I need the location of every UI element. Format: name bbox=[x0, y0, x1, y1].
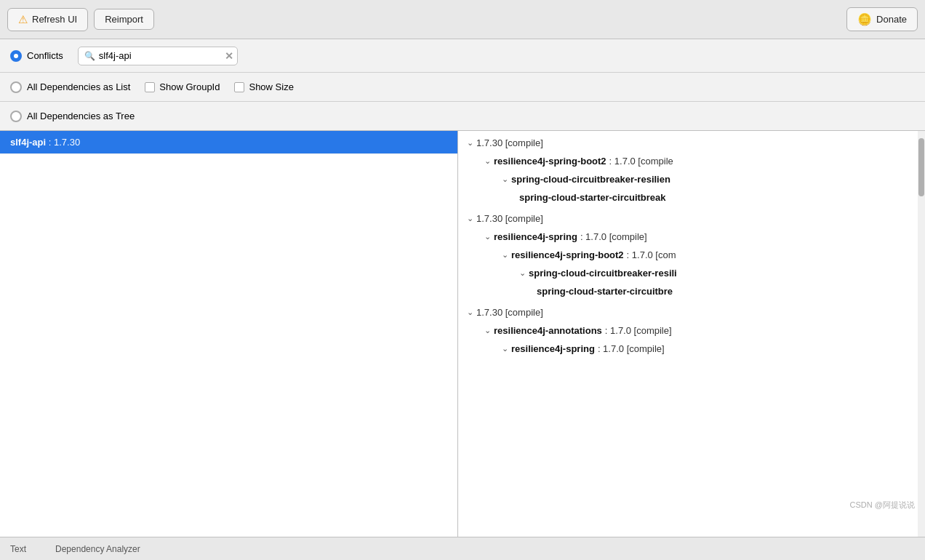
tree-dep-info: : 1.7.0 [com bbox=[627, 249, 676, 260]
tree-dep-name: spring-cloud-starter-circuitbre bbox=[537, 286, 673, 297]
toolbar-right: 🪙 Donate bbox=[846, 7, 918, 31]
tree-dep-name: resilience4j-annotations bbox=[494, 325, 602, 336]
tree-dep-name: spring-cloud-starter-circuitbreak bbox=[519, 192, 666, 203]
tree-dep-info: : 1.7.0 [compile] bbox=[605, 325, 672, 336]
tree-child-2-3: ⌄ spring-cloud-circuitbreaker-resili bbox=[458, 264, 915, 282]
tree-child-1-1: ⌄ resilience4j-spring-boot2 : 1.7.0 [com… bbox=[458, 152, 915, 170]
warning-icon: ⚠ bbox=[18, 13, 28, 26]
tree-dep-name: resilience4j-spring bbox=[511, 343, 595, 354]
third-row: All Dependencies as Tree bbox=[0, 102, 925, 131]
search-input[interactable] bbox=[99, 50, 221, 61]
tree-dep-name: resilience4j-spring-boot2 bbox=[511, 249, 624, 260]
donate-button[interactable]: 🪙 Donate bbox=[846, 7, 918, 31]
search-clear-icon[interactable]: ✕ bbox=[225, 50, 233, 62]
donate-label: Donate bbox=[876, 14, 907, 25]
toolbar-left: ⚠ Refresh UI Reimport bbox=[7, 8, 841, 31]
all-deps-list-radio-circle bbox=[10, 81, 22, 93]
list-item[interactable]: slf4j-api : 1.7.30 bbox=[0, 131, 457, 154]
tree-child-2-4: spring-cloud-starter-circuitbre bbox=[458, 282, 915, 300]
tree-dep-info: : 1.7.0 [compile bbox=[609, 156, 673, 167]
tree-root-1: ⌄ 1.7.30 [compile] bbox=[458, 134, 915, 152]
tree-dep-name: resilience4j-spring-boot2 bbox=[494, 156, 606, 167]
toolbar: ⚠ Refresh UI Reimport 🪙 Donate bbox=[0, 0, 925, 39]
conflicts-label: Conflicts bbox=[27, 50, 63, 61]
refresh-ui-button[interactable]: ⚠ Refresh UI bbox=[7, 8, 88, 31]
show-groupid-checkbox-box bbox=[145, 82, 155, 92]
tree-dep-name: spring-cloud-circuitbreaker-resilien bbox=[511, 174, 670, 185]
search-icon: 🔍 bbox=[84, 51, 95, 61]
chevron-down-icon: ⌄ bbox=[502, 175, 508, 184]
chevron-down-icon: ⌄ bbox=[467, 214, 473, 223]
show-groupid-label: Show GroupId bbox=[159, 81, 220, 92]
tree-dep-name: spring-cloud-circuitbreaker-resili bbox=[529, 268, 677, 279]
tree-dep-info: : 1.7.0 [compile] bbox=[580, 231, 647, 242]
right-panel[interactable]: ⌄ 1.7.30 [compile] ⌄ resilience4j-spring… bbox=[458, 131, 925, 537]
status-bar: Text Dependency Analyzer bbox=[0, 537, 925, 560]
main-content: slf4j-api : 1.7.30 ⌄ 1.7.30 [compile] ⌄ … bbox=[0, 131, 925, 537]
tree-dep-name: resilience4j-spring bbox=[494, 231, 577, 242]
list-item-name: slf4j-api bbox=[10, 137, 46, 148]
tree-child-3-2: ⌄ resilience4j-spring : 1.7.0 [compile] bbox=[458, 340, 915, 358]
status-tab2[interactable]: Dependency Analyzer bbox=[55, 544, 140, 554]
all-deps-tree-label: All Dependencies as Tree bbox=[27, 111, 135, 121]
show-size-label: Show Size bbox=[249, 81, 293, 92]
left-panel: slf4j-api : 1.7.30 bbox=[0, 131, 458, 537]
all-deps-list-radio[interactable]: All Dependencies as List bbox=[10, 81, 130, 93]
show-groupid-checkbox[interactable]: Show GroupId bbox=[145, 81, 220, 92]
tree-child-2-1: ⌄ resilience4j-spring : 1.7.0 [compile] bbox=[458, 228, 915, 246]
chevron-down-icon: ⌄ bbox=[484, 326, 491, 335]
status-tab1[interactable]: Text bbox=[10, 544, 26, 554]
scrollbar-track[interactable] bbox=[918, 131, 925, 537]
list-item-separator: : bbox=[49, 137, 54, 148]
search-box: 🔍 ✕ bbox=[78, 47, 238, 65]
all-deps-tree-radio[interactable]: All Dependencies as Tree bbox=[10, 111, 135, 122]
filter-row: Conflicts 🔍 ✕ bbox=[0, 39, 925, 73]
tree-dep-info: : 1.7.0 [compile] bbox=[598, 343, 665, 354]
reimport-label: Reimport bbox=[105, 14, 143, 25]
tree-version-3: 1.7.30 [compile] bbox=[476, 307, 543, 318]
watermark: CSDN @阿提说说 bbox=[850, 500, 915, 511]
donate-icon: 🪙 bbox=[857, 12, 872, 26]
all-deps-list-label: All Dependencies as List bbox=[27, 81, 130, 92]
conflicts-radio[interactable]: Conflicts bbox=[10, 50, 63, 62]
tree-child-1-3: spring-cloud-starter-circuitbreak bbox=[458, 188, 915, 207]
chevron-down-icon: ⌄ bbox=[519, 268, 526, 278]
scrollbar-thumb[interactable] bbox=[918, 138, 924, 196]
chevron-down-icon: ⌄ bbox=[484, 156, 491, 166]
tree-child-1-2: ⌄ spring-cloud-circuitbreaker-resilien bbox=[458, 170, 915, 188]
all-deps-tree-radio-circle bbox=[10, 111, 22, 122]
chevron-down-icon: ⌄ bbox=[467, 308, 473, 317]
tree-root-2: ⌄ 1.7.30 [compile] bbox=[458, 209, 915, 228]
chevron-down-icon: ⌄ bbox=[502, 250, 508, 260]
refresh-label: Refresh UI bbox=[32, 14, 77, 25]
tree-child-2-2: ⌄ resilience4j-spring-boot2 : 1.7.0 [com bbox=[458, 246, 915, 264]
reimport-button[interactable]: Reimport bbox=[94, 9, 154, 30]
tree-child-3-1: ⌄ resilience4j-annotations : 1.7.0 [comp… bbox=[458, 321, 915, 340]
tree-root-3: ⌄ 1.7.30 [compile] bbox=[458, 303, 915, 321]
tree-version-2: 1.7.30 [compile] bbox=[476, 213, 543, 224]
options-row: All Dependencies as List Show GroupId Sh… bbox=[0, 73, 925, 102]
show-size-checkbox-box bbox=[234, 82, 244, 92]
show-size-checkbox[interactable]: Show Size bbox=[234, 81, 293, 92]
chevron-down-icon: ⌄ bbox=[484, 232, 491, 241]
conflicts-radio-circle bbox=[10, 50, 22, 62]
chevron-down-icon: ⌄ bbox=[502, 344, 508, 353]
list-item-version: 1.7.30 bbox=[54, 137, 80, 148]
tree-version-1: 1.7.30 [compile] bbox=[476, 137, 543, 148]
chevron-down-icon: ⌄ bbox=[467, 138, 473, 148]
